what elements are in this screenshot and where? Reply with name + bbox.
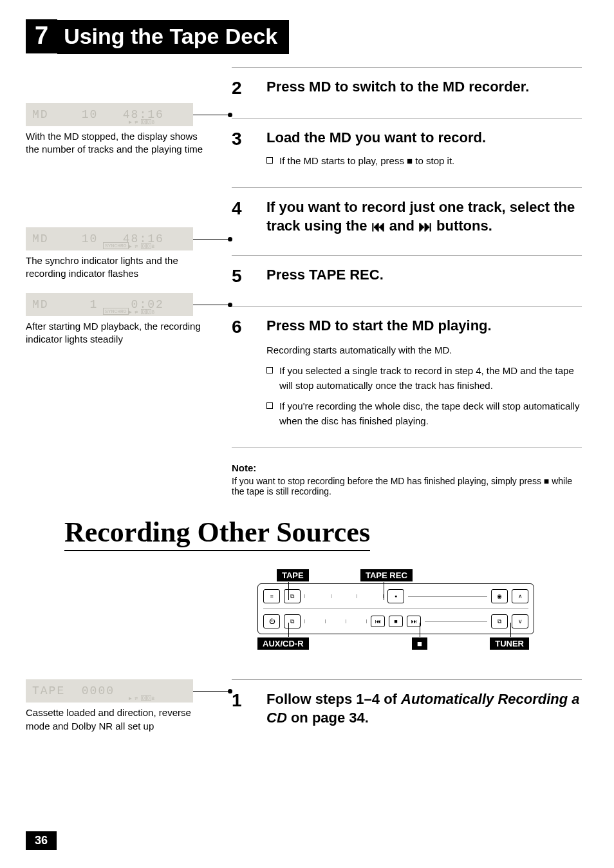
right-column: 2 Press MD to switch to the MD recorder.… — [232, 67, 582, 496]
remote-set-button[interactable]: ◉ — [491, 589, 508, 603]
label-line — [288, 623, 289, 637]
note-text: If you want to stop recording before the… — [232, 476, 582, 496]
lcd-block-2: MD 10 48:16 SYNCHRO ▶ ⇄ 🄳🄳B The synchro … — [26, 227, 219, 281]
lcd-caption: The synchro indicator lights and the rec… — [26, 254, 206, 281]
left-column: TAPE 0000 ▶ ⇄ 🄳🄳B Cassette loaded and di… — [26, 679, 219, 752]
step-bullet: If you selected a single track to record… — [266, 364, 582, 393]
remote-power-button[interactable]: ⏻ — [263, 614, 280, 628]
step-row: 4 If you want to record just one track, … — [232, 187, 582, 255]
step-title: Press MD to start the MD playing. — [266, 317, 582, 335]
lcd-display: MD 10 48:16 SYNCHRO ▶ ⇄ 🄳🄳B — [26, 227, 193, 250]
remote-aux-button[interactable]: ⧉ — [284, 614, 301, 628]
lcd-display: MD 1 0:02 SYNCHRO ▶ ⇄ 🄳🄳B — [26, 293, 193, 316]
lcd-caption: With the MD stopped, the display shows t… — [26, 130, 206, 156]
remote-up-button[interactable]: ∧ — [512, 589, 528, 603]
remote-stop-button[interactable]: ■ — [389, 616, 403, 627]
lcd-sub: ▶ ⇄ 🄳🄳B — [129, 695, 154, 701]
step-title: If you want to record just one track, se… — [266, 198, 582, 236]
step-row: 6 Press MD to start the MD playing. Reco… — [232, 306, 582, 448]
remote-next-button[interactable]: ⏭ — [407, 616, 421, 627]
step-body: Follow steps 1–4 of Automatically Record… — [266, 690, 582, 727]
step-title-pre: Follow steps 1–4 of — [266, 691, 401, 707]
step-number: 6 — [232, 317, 247, 428]
step-title: Follow steps 1–4 of Automatically Record… — [266, 690, 582, 727]
step-body: Load the MD you want to record. If the M… — [266, 129, 582, 168]
remote-tape-rec-button[interactable]: ● — [387, 589, 404, 603]
lcd-display: TAPE 0000 ▶ ⇄ 🄳🄳B — [26, 679, 193, 703]
step-number: 4 — [232, 198, 247, 236]
step-row: 2 Press MD to switch to the MD recorder. — [232, 67, 582, 118]
step-title: Press MD to switch to the MD recorder. — [266, 78, 582, 97]
label-tape: TAPE — [277, 569, 309, 581]
chapter-header: 7 Using the Tape Deck — [26, 19, 582, 54]
step-title-post: on page 34. — [287, 710, 369, 726]
prev-track-icon: ⏮ — [371, 218, 386, 236]
remote-body: ≡ ⧉ ● ◉ ∧ ⏻ ⧉ ⏮ ■ ⏭ ⧉ — [257, 583, 534, 634]
step-bullet: If you're recording the whole disc, the … — [266, 399, 582, 428]
label-line — [510, 623, 511, 637]
remote-tape-button[interactable]: ⧉ — [284, 589, 301, 603]
lcd-caption: Cassette loaded and direction, reverse m… — [26, 706, 206, 733]
next-track-icon: ⏭ — [418, 218, 433, 236]
step-body: Press MD to start the MD playing. Record… — [266, 317, 582, 428]
connector-line — [193, 239, 232, 240]
step-body: Press MD to switch to the MD recorder. — [266, 78, 582, 99]
step-number: 3 — [232, 129, 247, 168]
remote-menu-button[interactable]: ≡ — [263, 589, 280, 603]
label-tuner: TUNER — [490, 637, 529, 650]
lcd-sub: ▶ ⇄ 🄳🄳B — [129, 243, 154, 249]
step-number: 1 — [232, 690, 247, 727]
lcd-block-1: MD 10 48:16 ▶ ⇄ 🄳🄳B With the MD stopped,… — [26, 103, 219, 156]
remote-ticks — [304, 594, 384, 598]
lcd-caption: After starting MD playback, the recordin… — [26, 320, 206, 346]
note-block: Note: If you want to stop recording befo… — [232, 448, 582, 496]
lcd-display: MD 10 48:16 ▶ ⇄ 🄳🄳B — [26, 103, 193, 126]
lcd-synchro: SYNCHRO — [103, 308, 129, 315]
section-recording-other: Recording Other Sources TAPE TAPE REC ≡ … — [26, 496, 582, 752]
remote-prev-button[interactable]: ⏮ — [371, 616, 385, 627]
label-line — [420, 623, 420, 637]
label-line — [384, 582, 384, 600]
lcd-synchro: SYNCHRO — [103, 242, 129, 249]
right-column: 1 Follow steps 1–4 of Automatically Reco… — [232, 679, 582, 752]
remote-row: ≡ ⧉ ● ◉ ∧ — [263, 589, 528, 603]
step-bullet: If the MD starts to play, press ■ to sto… — [266, 154, 582, 169]
remote-ticks — [304, 619, 367, 623]
chapter-number: 7 — [26, 19, 57, 53]
connector-line — [193, 305, 232, 305]
step-title: Press TAPE REC. — [266, 266, 582, 285]
step-title: Load the MD you want to record. — [266, 129, 582, 147]
section2-content: TAPE 0000 ▶ ⇄ 🄳🄳B Cassette loaded and di… — [26, 679, 582, 752]
chapter-title: Using the Tape Deck — [57, 20, 289, 54]
upper-content: MD 10 48:16 ▶ ⇄ 🄳🄳B With the MD stopped,… — [26, 67, 582, 496]
connector-line — [193, 115, 232, 115]
remote-diagram: TAPE TAPE REC ≡ ⧉ ● ◉ ∧ ⏻ ⧉ — [257, 583, 534, 634]
lcd-sub: ▶ ⇄ 🄳🄳B — [129, 309, 154, 315]
section-title: Recording Other Sources — [64, 516, 370, 551]
label-tape-rec: TAPE REC — [360, 569, 413, 581]
label-line — [288, 582, 289, 600]
lcd-sub: ▶ ⇄ 🄳🄳B — [129, 119, 154, 125]
lcd-block-3: MD 1 0:02 SYNCHRO ▶ ⇄ 🄳🄳B After starting… — [26, 293, 219, 346]
label-aux: AUX/CD-R — [257, 637, 309, 650]
step-row: 1 Follow steps 1–4 of Automatically Reco… — [232, 679, 582, 746]
step-number: 5 — [232, 266, 247, 287]
step-detail: Recording starts automatically with the … — [266, 343, 582, 358]
label-stop: ■ — [412, 637, 427, 650]
remote-down-button[interactable]: ∨ — [512, 614, 528, 628]
step-number: 2 — [232, 78, 247, 99]
step-row: 5 Press TAPE REC. — [232, 255, 582, 306]
left-column: MD 10 48:16 ▶ ⇄ 🄳🄳B With the MD stopped,… — [26, 67, 219, 496]
lcd-block-4: TAPE 0000 ▶ ⇄ 🄳🄳B Cassette loaded and di… — [26, 679, 219, 733]
step-row: 3 Load the MD you want to record. If the… — [232, 118, 582, 187]
note-label: Note: — [232, 462, 582, 473]
remote-row: ⏻ ⧉ ⏮ ■ ⏭ ⧉ ∨ — [263, 614, 528, 628]
remote-tuner-button[interactable]: ⧉ — [491, 614, 508, 628]
step-body: Press TAPE REC. — [266, 266, 582, 287]
connector-line — [193, 691, 232, 692]
lcd-line: TAPE 0000 — [32, 684, 115, 697]
page-number: 36 — [26, 831, 57, 850]
step-body: If you want to record just one track, se… — [266, 198, 582, 236]
